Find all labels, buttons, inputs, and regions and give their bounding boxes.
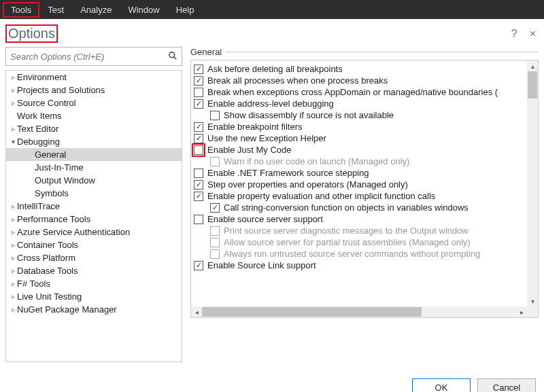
option-enable-address-level-debugging[interactable]: Enable address-level debugging	[194, 98, 527, 109]
tree-twisty-icon[interactable]	[9, 241, 17, 249]
tree-item-azure-service-authentication[interactable]: Azure Service Authentication	[6, 226, 182, 238]
checkbox[interactable]	[194, 88, 203, 97]
checkbox[interactable]	[194, 134, 203, 143]
option-label: Enable Just My Code	[207, 145, 292, 155]
scroll-thumb[interactable]	[528, 71, 537, 99]
search-icon[interactable]	[168, 51, 177, 63]
checkbox[interactable]	[210, 203, 220, 213]
tree-twisty-icon[interactable]	[9, 267, 17, 274]
menu-window[interactable]: Window	[120, 2, 167, 18]
checkbox[interactable]	[194, 122, 203, 132]
checkbox[interactable]	[194, 76, 203, 86]
tree-item-label: Performance Tools	[17, 214, 90, 224]
tree-twisty-icon[interactable]	[9, 73, 17, 81]
hscroll-track[interactable]	[202, 306, 516, 317]
tree-twisty-icon[interactable]	[9, 125, 17, 132]
option-label: Enable property evaluation and other imp…	[207, 191, 435, 201]
tree-item-work-items[interactable]: Work Items	[6, 109, 182, 122]
tree-twisty-icon[interactable]	[9, 306, 17, 313]
tree-item-database-tools[interactable]: Database Tools	[6, 264, 182, 277]
checkbox[interactable]	[194, 192, 203, 201]
tree-item-live-unit-testing[interactable]: Live Unit Testing	[6, 290, 182, 303]
tree-item-text-editor[interactable]: Text Editor	[6, 122, 182, 135]
option-enable-property-evaluation-and-other-imp[interactable]: Enable property evaluation and other imp…	[194, 190, 527, 202]
tree-item-general[interactable]: General	[6, 148, 182, 161]
tree-twisty-icon[interactable]	[9, 215, 17, 223]
tree-item-container-tools[interactable]: Container Tools	[6, 238, 182, 251]
checkbox[interactable]	[194, 65, 203, 74]
tree-item-cross-platform[interactable]: Cross Platform	[6, 251, 182, 264]
option-label: Step over properties and operators (Mana…	[207, 179, 408, 190]
checkbox[interactable]	[194, 99, 203, 109]
checkbox[interactable]	[194, 180, 203, 190]
option-label: Print source server diagnostic messages …	[224, 226, 469, 236]
option-label: Call string-conversion function on objec…	[224, 202, 469, 213]
search-input[interactable]	[10, 52, 168, 62]
checkbox[interactable]	[194, 145, 203, 155]
tree-twisty-icon[interactable]	[9, 254, 17, 262]
checkbox[interactable]	[194, 261, 203, 270]
tree-twisty-icon[interactable]	[9, 99, 17, 107]
vertical-scrollbar[interactable]: ▴ ▾	[527, 60, 538, 306]
option-step-over-properties-and-operators-manag[interactable]: Step over properties and operators (Mana…	[194, 179, 527, 190]
menu-help[interactable]: Help	[168, 2, 203, 18]
svg-line-1	[174, 56, 177, 59]
option-show-disassembly-if-source-is-not-availa[interactable]: Show disassembly if source is not availa…	[194, 109, 527, 121]
checkbox[interactable]	[194, 168, 203, 178]
tree-twisty-icon[interactable]	[9, 86, 17, 94]
option-call-string-conversion-function-on-objec[interactable]: Call string-conversion function on objec…	[194, 202, 527, 213]
help-button[interactable]: ?	[511, 28, 517, 40]
tree-item-symbols[interactable]: Symbols	[6, 187, 182, 200]
menu-analyze[interactable]: Analyze	[72, 2, 120, 18]
tree-item-projects-and-solutions[interactable]: Projects and Solutions	[6, 84, 182, 96]
close-button[interactable]: ×	[530, 28, 536, 40]
tree-item-just-in-time[interactable]: Just-In-Time	[6, 161, 182, 174]
tree-item-label: IntelliTrace	[17, 201, 60, 211]
option-break-all-processes-when-one-process-bre[interactable]: Break all processes when one process bre…	[194, 75, 527, 86]
tree-twisty-icon[interactable]	[9, 202, 17, 210]
option-label: Enable breakpoint filters	[207, 122, 302, 132]
horizontal-scrollbar[interactable]: ◂ ▸	[191, 306, 527, 317]
options-tree[interactable]: EnvironmentProjects and SolutionsSource …	[5, 70, 182, 362]
checkbox[interactable]	[210, 111, 220, 120]
option-enable-source-link-support[interactable]: Enable Source Link support	[194, 260, 527, 271]
tree-twisty-icon[interactable]	[9, 280, 17, 287]
option-allow-source-server-for-partial-trust-as: Allow source server for partial trust as…	[194, 236, 527, 248]
checkbox	[210, 238, 220, 247]
option-enable-breakpoint-filters[interactable]: Enable breakpoint filters	[194, 121, 527, 132]
tree-item-source-control[interactable]: Source Control	[6, 96, 182, 109]
option-enable-just-my-code[interactable]: Enable Just My Code	[194, 144, 527, 156]
option-break-when-exceptions-cross-appdomain-or[interactable]: Break when exceptions cross AppDomain or…	[194, 86, 527, 98]
option-enable-net-framework-source-stepping[interactable]: Enable .NET Framework source stepping	[194, 167, 527, 179]
checkbox[interactable]	[194, 215, 203, 224]
scroll-down-icon[interactable]: ▾	[527, 296, 538, 306]
tree-item-environment[interactable]: Environment	[6, 71, 182, 84]
tree-twisty-icon[interactable]	[9, 228, 17, 236]
tree-item-output-window[interactable]: Output Window	[6, 174, 182, 187]
scroll-left-icon[interactable]: ◂	[191, 306, 202, 317]
option-ask-before-deleting-all-breakpoints[interactable]: Ask before deleting all breakpoints	[194, 63, 527, 75]
option-warn-if-no-user-code-on-launch-managed-o: Warn if no user code on launch (Managed …	[194, 156, 527, 167]
tree-item-intellitrace[interactable]: IntelliTrace	[6, 200, 182, 213]
tree-item-debugging[interactable]: Debugging	[6, 135, 182, 148]
menu-test[interactable]: Test	[39, 2, 72, 18]
ok-button[interactable]: OK	[412, 378, 471, 392]
tree-twisty-icon[interactable]	[9, 138, 17, 145]
tree-item-nuget-package-manager[interactable]: NuGet Package Manager	[6, 303, 182, 316]
dialog-buttons: OK Cancel	[0, 362, 544, 392]
option-use-the-new-exception-helper[interactable]: Use the new Exception Helper	[194, 132, 527, 144]
scroll-right-icon[interactable]: ▸	[516, 306, 527, 317]
menu-tools[interactable]: Tools	[3, 2, 39, 18]
tree-item-label: Container Tools	[17, 240, 78, 250]
tree-item-performance-tools[interactable]: Performance Tools	[6, 213, 182, 226]
cancel-button[interactable]: Cancel	[477, 378, 536, 392]
scroll-up-icon[interactable]: ▴	[527, 60, 538, 71]
tree-twisty-icon[interactable]	[9, 293, 17, 300]
hscroll-thumb[interactable]	[202, 307, 422, 317]
scroll-track[interactable]	[527, 71, 538, 296]
tree-item-f-tools[interactable]: F# Tools	[6, 277, 182, 290]
checkbox	[210, 226, 220, 236]
option-label: Break when exceptions cross AppDomain or…	[207, 87, 498, 97]
option-enable-source-server-support[interactable]: Enable source server support	[194, 213, 527, 225]
search-row	[5, 47, 182, 66]
